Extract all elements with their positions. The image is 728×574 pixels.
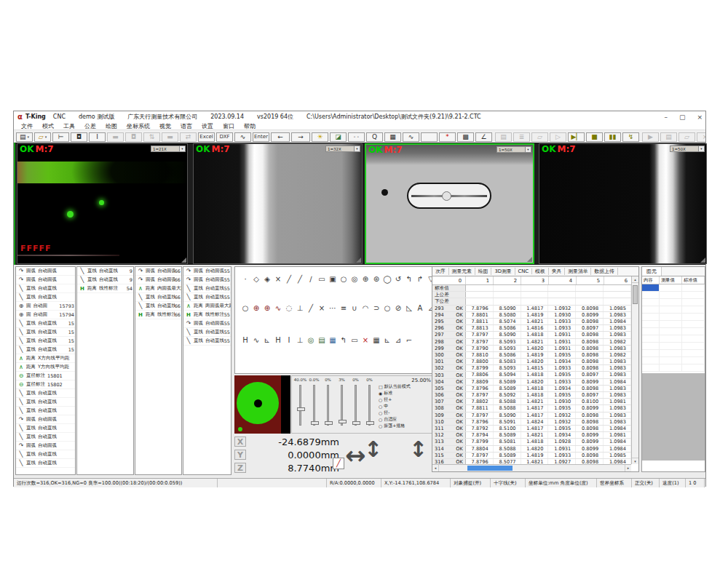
panel-cell[interactable] xyxy=(660,299,682,306)
resize-grip[interactable] xyxy=(700,258,705,263)
view-zoom-selector[interactable]: 1=21X ▾ xyxy=(151,146,186,152)
tool-icon[interactable]: ∿ xyxy=(274,303,282,314)
panel-cell[interactable] xyxy=(660,357,682,364)
tool-icon[interactable]: ∕ xyxy=(306,274,315,284)
table-tab-测量清单[interactable]: 测量清单 xyxy=(565,268,591,275)
pause-button[interactable]: ▮▮ xyxy=(604,132,621,142)
resize-grip[interactable] xyxy=(181,258,186,263)
panel-row[interactable] xyxy=(642,299,705,306)
tool-icon[interactable]: ◈ xyxy=(263,274,272,284)
element-list-item[interactable]: ╲直线自动直线55 xyxy=(183,328,231,337)
panel-cell[interactable] xyxy=(660,321,682,327)
light-mode-checkbox[interactable]: □ 默认当前模式 xyxy=(379,383,434,390)
tool-icon[interactable]: ⋯ xyxy=(328,303,337,314)
tab-element[interactable]: 图元 xyxy=(642,267,662,276)
tool-icon[interactable]: ↱ xyxy=(416,274,424,284)
tool-icon[interactable]: ⊘ xyxy=(394,303,403,314)
chevron-down-icon[interactable]: ▾ xyxy=(28,135,30,139)
element-list-item[interactable]: ╲直线自动直线 xyxy=(16,424,75,433)
light-mode-radio[interactable]: ○径+ xyxy=(379,396,434,403)
element-list-item[interactable]: ↷圆弧自动圆弧66 xyxy=(135,276,181,284)
probe-button[interactable]: ◘ xyxy=(71,132,87,142)
element-list-item[interactable]: ╲直线自动直线15 xyxy=(16,319,75,328)
element-list-item[interactable]: ╲直线自动直线66 xyxy=(135,293,181,302)
tool-icon[interactable]: × xyxy=(274,274,282,284)
view-zoom-selector[interactable]: 1=32X ▾ xyxy=(325,146,360,152)
panel-cell[interactable] xyxy=(642,350,660,356)
table-tab-测量元素[interactable]: 测量元素 xyxy=(449,268,475,275)
light-slider[interactable]: 40.0% xyxy=(294,378,306,433)
table-row[interactable]: 312OK7.87948.50891.48211.09340.80991.098… xyxy=(432,432,631,439)
element-list-item[interactable]: ↷圆弧自动圆弧 xyxy=(16,267,75,276)
table-tab-次序[interactable]: 次序 xyxy=(432,268,449,275)
tool-icon[interactable]: ⊿ xyxy=(394,335,403,346)
element-list-item[interactable]: ╲直线自动直线55 xyxy=(183,293,231,302)
tool-icon[interactable]: A xyxy=(416,303,424,314)
element-list-item[interactable]: ∧距离两圆弧最大距 xyxy=(183,302,231,311)
table-row[interactable]: 311OK7.87928.51001.48171.09350.80981.098… xyxy=(432,426,631,432)
element-list-item[interactable]: H距离线性标注66 xyxy=(135,311,181,319)
tool-icon[interactable]: ▣ xyxy=(328,274,337,284)
light-slider[interactable]: 0% xyxy=(363,378,376,433)
slider-thumb[interactable] xyxy=(311,421,319,425)
panel-row[interactable] xyxy=(642,357,705,364)
table-tab-夹具[interactable]: 夹具 xyxy=(549,268,566,275)
light-mode-radio[interactable]: ○振荡+规格 xyxy=(379,423,434,429)
panel-row[interactable] xyxy=(642,314,705,321)
element-list-item[interactable]: ╲直线自动直线 xyxy=(16,389,75,398)
panel-row[interactable] xyxy=(642,364,705,372)
horizontal-scrollbar[interactable]: ◂ ▸ xyxy=(432,464,631,471)
menu-item-视觉[interactable]: 视觉 xyxy=(159,122,171,130)
panel-cell[interactable] xyxy=(682,328,705,335)
panel-cell[interactable] xyxy=(642,292,660,298)
jog-horizontal-arrows[interactable]: ↔ xyxy=(345,441,366,470)
tool-icon[interactable]: ◇ xyxy=(252,274,261,284)
tool-icon[interactable]: ≡ xyxy=(339,303,348,314)
chevron-down-icon[interactable]: ▾ xyxy=(525,147,531,152)
tool-icon[interactable]: ⌐ xyxy=(405,335,414,346)
table-row[interactable]: 302OK7.87998.50931.48151.09330.80981.098… xyxy=(432,365,631,372)
restore-button[interactable]: ▢ xyxy=(679,113,686,121)
element-list-item[interactable]: ↷圆弧自动圆弧66 xyxy=(135,267,181,276)
panel-cell[interactable] xyxy=(642,343,660,349)
panel-cell[interactable] xyxy=(682,364,705,371)
tool-icon[interactable]: ◎ xyxy=(306,335,315,346)
panel-cell[interactable] xyxy=(682,314,705,320)
light-slider[interactable]: 0% xyxy=(349,378,362,433)
element-list-item[interactable]: ↷圆弧自动圆弧 xyxy=(16,442,75,450)
close-button[interactable]: × xyxy=(697,113,703,121)
slider-track[interactable] xyxy=(355,385,357,426)
panel-cell[interactable] xyxy=(660,335,682,342)
panel-cell[interactable] xyxy=(660,284,682,291)
menu-item-绘图[interactable]: 绘图 xyxy=(106,122,117,130)
element-list-item[interactable]: ↷圆弧自动圆弧 xyxy=(16,276,75,284)
element-list-item[interactable]: ╲直线自动直线9 xyxy=(77,276,133,284)
table-row[interactable]: 305OK7.87968.50891.48181.09340.80981.098… xyxy=(432,386,631,392)
panel-cell[interactable] xyxy=(660,306,682,313)
menu-item-工具[interactable]: 工具 xyxy=(63,122,75,130)
jog-mode-button[interactable]: ╱ xyxy=(333,458,344,469)
panel-cell[interactable] xyxy=(682,306,705,313)
camera-view-4[interactable]: OKM:7 1=50X ▾ xyxy=(539,143,707,264)
tool-icon[interactable]: ∿ xyxy=(252,335,261,346)
slider-track[interactable] xyxy=(313,385,315,426)
tool-icon[interactable]: ◌ xyxy=(285,303,293,314)
stop-button[interactable]: ■ xyxy=(586,132,603,142)
panel-row[interactable] xyxy=(642,292,705,299)
element-list-item[interactable]: ⊖直径标注15801 xyxy=(16,372,75,380)
chevron-down-icon[interactable]: ▾ xyxy=(354,146,360,151)
panel-cell[interactable] xyxy=(642,299,660,306)
element-list-item[interactable]: ╲直线自动直线9 xyxy=(77,267,133,276)
element-list-item[interactable]: ⊖直径标注15802 xyxy=(16,380,75,389)
table-row[interactable]: 301OK7.88008.50831.48201.09340.80981.098… xyxy=(432,359,631,365)
scroll-down-icon[interactable]: ▾ xyxy=(632,458,638,464)
step-button[interactable]: ▶▏ xyxy=(568,132,585,142)
pattern-button[interactable]: ▦ xyxy=(384,132,401,142)
menu-item-设置[interactable]: 设置 xyxy=(202,122,213,130)
light-slider[interactable]: 3% xyxy=(336,378,348,433)
table-row[interactable]: 310OK7.87968.50911.48241.09320.80981.098… xyxy=(432,419,631,426)
dxf-button[interactable]: DXF xyxy=(216,132,233,142)
table-row[interactable]: 316OK7.87968.50771.48211.09270.80981.098… xyxy=(432,459,631,464)
menu-item-文件[interactable]: 文件 xyxy=(21,122,33,130)
enter-button[interactable]: Enter xyxy=(253,132,269,142)
